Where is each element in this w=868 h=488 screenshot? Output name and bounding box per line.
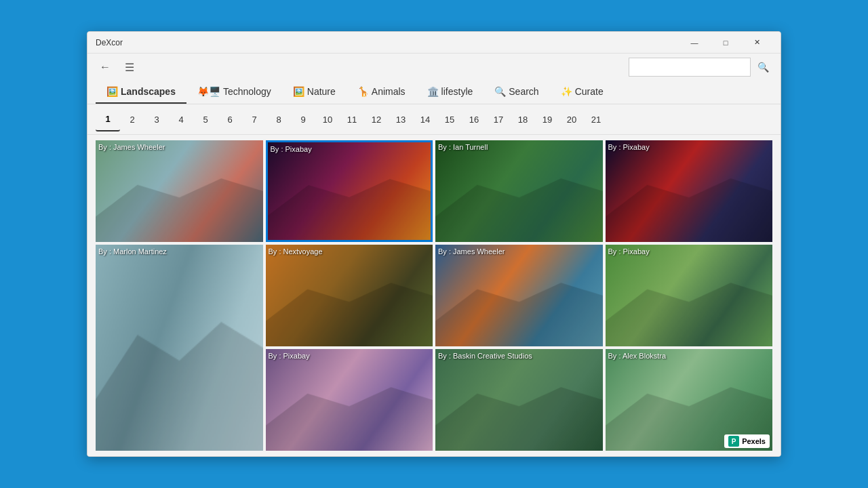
lifestyle-emoji: 🏛️	[427, 86, 439, 97]
page-button-3[interactable]: 3	[144, 107, 169, 131]
title-bar: DeXcor — □ ✕	[87, 32, 781, 54]
back-button[interactable]: ←	[96, 58, 115, 77]
page-button-12[interactable]: 12	[364, 107, 389, 131]
pexels-badge: PPexels	[724, 434, 770, 448]
page-button-13[interactable]: 13	[389, 107, 413, 131]
window-title: DeXcor	[96, 38, 679, 47]
page-button-11[interactable]: 11	[340, 107, 364, 131]
page-button-6[interactable]: 6	[218, 107, 242, 131]
page-button-2[interactable]: 2	[120, 107, 144, 131]
page-button-8[interactable]: 8	[267, 107, 291, 131]
minimize-button[interactable]: —	[679, 32, 710, 54]
tab-animals[interactable]: 🦒 Animals	[347, 81, 416, 104]
tab-lifestyle[interactable]: 🏛️ lifestyle	[416, 81, 484, 104]
curate-emoji: ✨	[561, 86, 572, 97]
page-button-7[interactable]: 7	[242, 107, 267, 131]
page-button-19[interactable]: 19	[535, 107, 559, 131]
page-button-21[interactable]: 21	[584, 107, 608, 131]
image-cell-6[interactable]: By : Nextvoyage	[266, 245, 433, 346]
page-button-16[interactable]: 16	[462, 107, 486, 131]
page-button-10[interactable]: 10	[315, 107, 340, 131]
image-cell-5[interactable]: By : Marlon Martinez	[96, 245, 263, 451]
image-cell-1[interactable]: By : James Wheeler	[96, 140, 263, 242]
search-label: Search	[509, 86, 538, 97]
search-bar: 🔍	[629, 58, 772, 77]
animals-emoji: 🦒	[357, 86, 369, 97]
page-button-18[interactable]: 18	[511, 107, 535, 131]
tab-technology[interactable]: 🦊🖥️ Technology	[186, 81, 282, 104]
image-cell-7[interactable]: By : James Wheeler	[435, 245, 603, 346]
app-window: DeXcor — □ ✕ ← ☰ 🔍 🖼️ Landscapes 🦊🖥️ Tec…	[87, 31, 781, 457]
animals-label: Animals	[372, 86, 406, 97]
tab-search[interactable]: 🔍 Search	[484, 81, 549, 104]
tab-landscapes[interactable]: 🖼️ Landscapes	[96, 81, 186, 104]
page-button-20[interactable]: 20	[559, 107, 584, 131]
curate-label: Curate	[575, 86, 604, 97]
search-button[interactable]: 🔍	[753, 58, 772, 77]
page-button-4[interactable]: 4	[169, 107, 193, 131]
pagination-bar: 123456789101112131415161718192021	[87, 104, 781, 135]
page-button-1[interactable]: 1	[96, 107, 120, 131]
search-emoji: 🔍	[494, 86, 506, 97]
close-button[interactable]: ✕	[741, 32, 772, 54]
technology-label: Technology	[223, 86, 271, 97]
image-grid: By : James WheelerBy : PixabayBy : Ian T…	[96, 140, 772, 451]
pexels-label: Pexels	[742, 437, 766, 445]
image-cell-11[interactable]: By : Alex BlokstraPPexels	[606, 349, 773, 451]
pexels-icon: P	[728, 436, 739, 447]
page-button-15[interactable]: 15	[437, 107, 462, 131]
maximize-button[interactable]: □	[710, 32, 741, 54]
image-cell-2[interactable]: By : Pixabay	[266, 140, 433, 242]
page-button-14[interactable]: 14	[413, 107, 437, 131]
toolbar: ← ☰ 🔍	[87, 54, 781, 81]
lifestyle-label: lifestyle	[441, 86, 473, 97]
image-cell-8[interactable]: By : Pixabay	[606, 245, 773, 346]
page-button-9[interactable]: 9	[291, 107, 315, 131]
menu-button[interactable]: ☰	[120, 58, 139, 77]
page-button-5[interactable]: 5	[193, 107, 218, 131]
image-cell-3[interactable]: By : Ian Turnell	[435, 140, 603, 242]
tab-curate[interactable]: ✨ Curate	[550, 81, 614, 104]
technology-emoji: 🦊🖥️	[197, 86, 220, 97]
nav-tabs: 🖼️ Landscapes 🦊🖥️ Technology 🖼️ Nature 🦒…	[87, 81, 781, 104]
search-input[interactable]	[629, 58, 751, 77]
nature-emoji: 🖼️	[293, 86, 304, 97]
image-cell-4[interactable]: By : Pixabay	[606, 140, 773, 242]
page-button-17[interactable]: 17	[486, 107, 511, 131]
content-area: By : James WheelerBy : PixabayBy : Ian T…	[87, 135, 781, 456]
landscapes-emoji: 🖼️	[106, 86, 118, 97]
tab-nature[interactable]: 🖼️ Nature	[282, 81, 347, 104]
nature-label: Nature	[307, 86, 336, 97]
image-cell-9[interactable]: By : Pixabay	[266, 349, 433, 451]
window-controls: — □ ✕	[679, 32, 772, 54]
image-cell-10[interactable]: By : Baskin Creative Studios	[435, 349, 603, 451]
landscapes-label: Landscapes	[121, 86, 176, 97]
